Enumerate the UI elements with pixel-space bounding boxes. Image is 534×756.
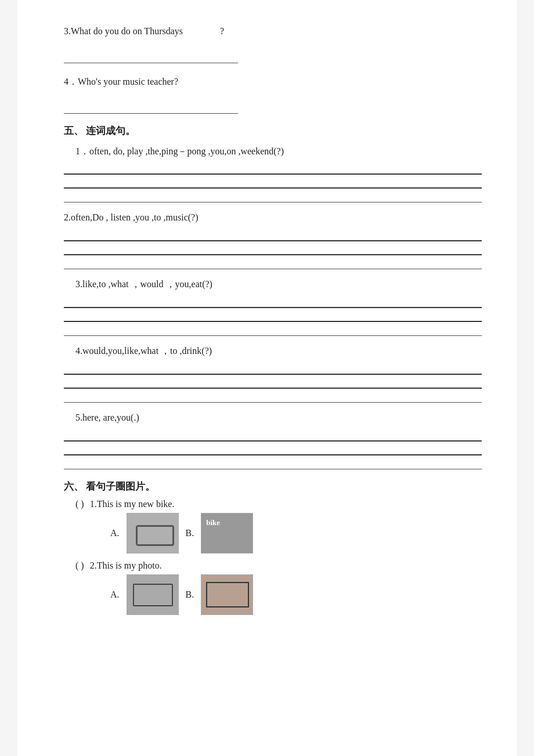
line-2c	[64, 256, 482, 269]
q3-suffix: ?	[220, 26, 224, 36]
line-2a	[64, 229, 482, 241]
question-4: 4．Who's your music teacher?	[64, 74, 482, 91]
item1-label-b: B.	[186, 528, 194, 538]
line-1b	[64, 176, 482, 189]
item2-label-b: B.	[186, 589, 194, 600]
item2-images: A. B.	[110, 574, 482, 615]
question-3: 3.What do you do on Thursdays ?	[64, 23, 482, 40]
sub3-lines	[64, 295, 482, 336]
section-6: 六、 看句子圈图片。 ( ) 1.This is my new bike. A.…	[64, 480, 482, 615]
sub-question-4: 4.would,you,like,what ，to ,drink(?)	[64, 343, 482, 360]
item2-image-b	[201, 574, 253, 615]
item-1-row: ( ) 1.This is my new bike.	[75, 499, 482, 509]
q4-answer-line	[64, 100, 238, 114]
line-3b	[64, 309, 482, 322]
sub2-lines	[64, 229, 482, 269]
item2-image-a	[127, 574, 179, 615]
line-2b	[64, 243, 482, 255]
item1-label-a: A.	[110, 528, 120, 538]
q3-text: 3.What do you do on Thursdays	[64, 26, 183, 36]
line-3c	[64, 323, 482, 336]
sub-question-1: 1．often, do, play ,the,ping－pong ,you,on…	[64, 143, 482, 160]
section-5-title: 五、 连词成句。	[64, 124, 482, 138]
line-5a	[64, 429, 482, 442]
item1-bracket: ( )	[75, 499, 84, 509]
item-2-row: ( ) 2.This is my photo.	[75, 560, 482, 571]
item2-bracket: ( )	[75, 560, 84, 571]
line-5b	[64, 443, 482, 455]
q3-answer-line	[64, 49, 238, 63]
q4-text: 4．Who's your music teacher?	[64, 77, 178, 86]
sub5-lines	[64, 429, 482, 469]
item1-images: A. B.	[110, 513, 482, 554]
sub-question-2: 2.often,Do , listen ,you ,to ,music(?)	[64, 209, 482, 226]
sub4-lines	[64, 362, 482, 403]
line-4c	[64, 390, 482, 403]
page: 3.What do you do on Thursdays ? 4．Who's …	[17, 0, 517, 756]
item1-image-a	[127, 513, 179, 554]
line-5c	[64, 457, 482, 469]
item1-image-b	[201, 513, 253, 554]
sub-question-3: 3.like,to ,what ，would ，you,eat(?)	[64, 276, 482, 293]
item2-label-a: A.	[110, 589, 120, 600]
section-6-title: 六、 看句子圈图片。	[64, 480, 482, 493]
line-4a	[64, 362, 482, 375]
line-3a	[64, 295, 482, 308]
line-1a	[64, 162, 482, 175]
item2-text: 2.This is my photo.	[90, 560, 162, 571]
sub-question-5: 5.here, are,you(.)	[64, 410, 482, 426]
line-1c	[64, 190, 482, 202]
line-4b	[64, 376, 482, 389]
sub1-lines	[64, 162, 482, 202]
item1-text: 1.This is my new bike.	[90, 499, 175, 509]
